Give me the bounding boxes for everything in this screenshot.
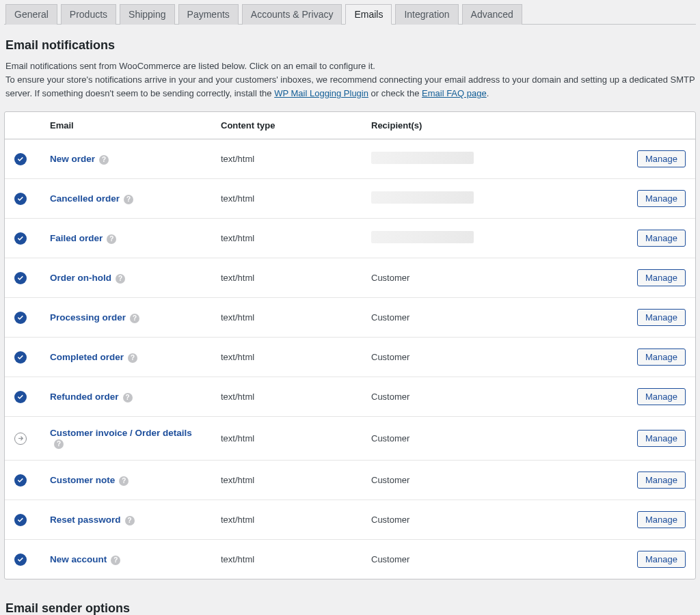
tab-advanced[interactable]: Advanced xyxy=(462,4,522,25)
settings-tabs: GeneralProductsShippingPaymentsAccounts … xyxy=(4,4,696,25)
cell-content-type: text/html xyxy=(211,219,362,258)
cell-status xyxy=(5,179,40,219)
intro-line-2b: or check the xyxy=(368,88,422,98)
help-icon[interactable]: ? xyxy=(119,476,129,486)
help-icon[interactable]: ? xyxy=(125,516,135,525)
intro-line-2c: . xyxy=(487,88,489,98)
tab-integration[interactable]: Integration xyxy=(395,4,458,25)
manage-button[interactable]: Manage xyxy=(637,430,686,447)
cell-recipient: Customer xyxy=(362,258,628,298)
status-enabled-icon xyxy=(14,272,27,284)
help-icon[interactable]: ? xyxy=(54,439,64,449)
email-name-link[interactable]: Failed order xyxy=(50,233,103,243)
email-row: Customer note?text/htmlCustomerManage xyxy=(5,461,695,500)
status-enabled-icon xyxy=(14,312,27,324)
tab-products[interactable]: Products xyxy=(61,4,116,25)
help-icon[interactable]: ? xyxy=(107,234,116,244)
cell-email-name: Processing order? xyxy=(40,298,211,338)
email-row: New account?text/htmlCustomerManage xyxy=(5,540,695,579)
help-icon[interactable]: ? xyxy=(123,393,133,402)
email-name-link[interactable]: New account xyxy=(50,554,107,564)
cell-content-type: text/html xyxy=(211,540,362,579)
email-name-link[interactable]: Refunded order xyxy=(50,392,119,402)
tab-emails[interactable]: Emails xyxy=(345,4,392,25)
help-icon[interactable]: ? xyxy=(130,314,139,323)
email-row: Reset password?text/htmlCustomerManage xyxy=(5,500,695,540)
cell-email-name: Cancelled order? xyxy=(40,179,211,219)
status-enabled-icon xyxy=(14,391,27,403)
email-name-link[interactable]: Customer note xyxy=(50,475,115,485)
status-enabled-icon xyxy=(14,554,27,566)
help-icon[interactable]: ? xyxy=(111,556,120,565)
cell-recipient: Customer xyxy=(362,540,628,579)
cell-recipient: Customer xyxy=(362,338,628,377)
cell-action: Manage xyxy=(628,540,695,579)
manage-button[interactable]: Manage xyxy=(637,511,686,528)
email-row: Customer invoice / Order details?text/ht… xyxy=(5,417,695,461)
tab-general[interactable]: General xyxy=(5,4,57,25)
tab-accounts-privacy[interactable]: Accounts & Privacy xyxy=(242,4,342,25)
cell-email-name: New order? xyxy=(40,139,211,179)
email-row: Processing order?text/htmlCustomerManage xyxy=(5,298,695,338)
manage-button[interactable]: Manage xyxy=(637,269,686,286)
cell-email-name: Order on-hold? xyxy=(40,258,211,298)
tab-shipping[interactable]: Shipping xyxy=(120,4,175,25)
sender-section-title: Email sender options xyxy=(5,601,696,615)
cell-action: Manage xyxy=(628,139,695,179)
email-name-link[interactable]: Order on-hold xyxy=(50,273,111,283)
email-name-link[interactable]: Reset password xyxy=(50,515,121,525)
section-intro: Email notifications sent from WooCommerc… xyxy=(4,59,696,100)
cell-email-name: Failed order? xyxy=(40,219,211,258)
email-row: Failed order?text/htmlManage xyxy=(5,219,695,258)
redacted-recipient xyxy=(371,152,474,164)
email-name-link[interactable]: New order xyxy=(50,154,95,164)
cell-action: Manage xyxy=(628,338,695,377)
cell-status xyxy=(5,417,40,461)
email-name-link[interactable]: Processing order xyxy=(50,312,126,323)
cell-status xyxy=(5,258,40,298)
status-enabled-icon xyxy=(14,514,27,526)
cell-content-type: text/html xyxy=(211,258,362,298)
tab-payments[interactable]: Payments xyxy=(178,4,239,25)
cell-recipient xyxy=(362,139,628,179)
intro-line-1: Email notifications sent from WooCommerc… xyxy=(5,61,375,71)
email-name-link[interactable]: Cancelled order xyxy=(50,193,120,204)
help-icon[interactable]: ? xyxy=(124,195,133,204)
cell-content-type: text/html xyxy=(211,377,362,417)
cell-content-type: text/html xyxy=(211,338,362,377)
email-row: New order?text/htmlManage xyxy=(5,139,695,179)
cell-action: Manage xyxy=(628,500,695,540)
email-table-container: Email Content type Recipient(s) New orde… xyxy=(4,111,696,579)
cell-content-type: text/html xyxy=(211,500,362,540)
manage-button[interactable]: Manage xyxy=(637,348,686,366)
manage-button[interactable]: Manage xyxy=(637,309,686,326)
email-name-link[interactable]: Completed order xyxy=(50,352,124,362)
manage-button[interactable]: Manage xyxy=(637,150,686,167)
manage-button[interactable]: Manage xyxy=(637,551,686,568)
cell-action: Manage xyxy=(628,417,695,461)
manage-button[interactable]: Manage xyxy=(637,388,686,405)
section-title: Email notifications xyxy=(4,38,696,53)
cell-content-type: text/html xyxy=(211,139,362,179)
cell-status xyxy=(5,338,40,377)
cell-status xyxy=(5,298,40,338)
cell-content-type: text/html xyxy=(211,298,362,338)
cell-status xyxy=(5,500,40,540)
cell-recipient xyxy=(362,219,628,258)
help-icon[interactable]: ? xyxy=(128,353,137,363)
manage-button[interactable]: Manage xyxy=(637,190,686,207)
cell-email-name: Customer note? xyxy=(40,461,211,500)
manage-button[interactable]: Manage xyxy=(637,230,686,247)
manage-button[interactable]: Manage xyxy=(637,472,686,489)
status-enabled-icon xyxy=(14,351,27,364)
help-icon[interactable]: ? xyxy=(116,274,125,284)
email-row: Order on-hold?text/htmlCustomerManage xyxy=(5,258,695,298)
link-wp-mail-logging[interactable]: WP Mail Logging Plugin xyxy=(274,88,368,98)
cell-email-name: Reset password? xyxy=(40,500,211,540)
cell-status xyxy=(5,377,40,417)
help-icon[interactable]: ? xyxy=(99,155,109,165)
link-email-faq[interactable]: Email FAQ page xyxy=(422,88,487,98)
email-table: Email Content type Recipient(s) New orde… xyxy=(5,112,695,579)
col-status-header xyxy=(5,112,40,139)
email-name-link[interactable]: Customer invoice / Order details xyxy=(50,428,192,438)
